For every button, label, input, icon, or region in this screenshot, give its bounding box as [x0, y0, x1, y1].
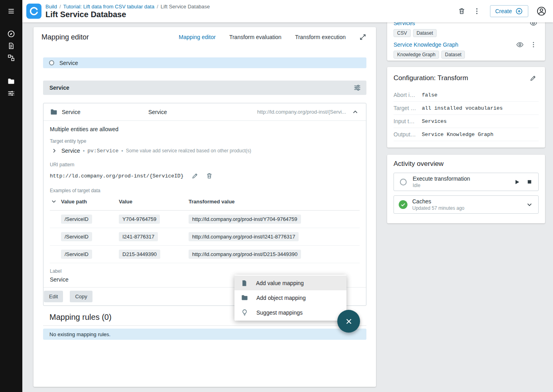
stop-icon[interactable]: [524, 176, 535, 187]
radio-icon[interactable]: [49, 60, 54, 65]
rail-nav-group-top: [0, 28, 22, 64]
more-menu-icon[interactable]: [470, 4, 484, 18]
app-logo-icon[interactable]: [26, 4, 41, 19]
property-label: Input t…: [394, 118, 418, 124]
tag-badge: Knowledge Graph: [394, 51, 439, 59]
related-item-tags: CSV Dataset: [394, 29, 539, 37]
transformed-value-chip: http://ld.company.org/prod-inst/D215-344…: [189, 250, 301, 259]
breadcrumb-build-link[interactable]: Build: [45, 4, 57, 10]
header-text: Build / Tutorial: Lift data from CSV tab…: [45, 4, 210, 19]
fullscreen-icon[interactable]: [356, 30, 370, 44]
column-header-value-path: Value path: [61, 196, 119, 211]
examples-label: Examples of target data: [50, 188, 360, 193]
property-row: Abort i… false: [394, 89, 539, 102]
rail-nav-group-bottom: [0, 75, 22, 99]
property-label: Target …: [394, 105, 418, 111]
edit-pencil-icon[interactable]: [189, 170, 201, 182]
rule-section-bar: Service: [43, 81, 366, 95]
rule-card-body: Multiple entities are allowed Target ent…: [43, 121, 366, 263]
chevron-down-icon[interactable]: [524, 199, 535, 210]
more-menu-icon[interactable]: [528, 39, 539, 50]
menu-item-add-object-mapping[interactable]: Add object mapping: [234, 290, 346, 305]
rule-selector-row[interactable]: Service: [43, 57, 366, 68]
chevron-right-icon[interactable]: [50, 146, 59, 155]
create-button[interactable]: Create: [490, 5, 528, 17]
entity-type-name: Service: [61, 148, 80, 154]
value-chip: Y704-9764759: [119, 215, 160, 224]
value-path-chip: /ServiceID: [61, 215, 92, 224]
close-fab-button[interactable]: [337, 310, 360, 333]
configuration-card: Configuration: Transform Abort i… false …: [387, 67, 545, 148]
activities-icon[interactable]: [0, 87, 22, 99]
chevron-up-icon[interactable]: [348, 105, 362, 119]
delete-icon[interactable]: [455, 4, 468, 18]
menu-item-add-value-mapping[interactable]: Add value mapping: [234, 276, 346, 290]
rule-section-label: Service: [49, 85, 69, 91]
label-field-label: Label: [50, 268, 360, 274]
activity-status: Updated 57 minutes ago: [412, 205, 519, 211]
tag-badge: Dataset: [441, 51, 465, 59]
explore-icon[interactable]: [0, 28, 22, 40]
entity-type-vocab: pv:Service: [87, 148, 118, 154]
tab-transform-evaluation[interactable]: Transform evaluation: [228, 32, 282, 42]
column-header-value: Value: [119, 196, 189, 211]
value-chip: I241-8776317: [119, 232, 158, 241]
edit-button[interactable]: Edit: [44, 291, 63, 302]
transformed-value-chip: http://ld.company.org/prod-inst/Y704-976…: [189, 215, 301, 224]
tag-badge: CSV: [394, 29, 411, 37]
idle-status-icon: [400, 179, 407, 185]
folder-icon[interactable]: [0, 75, 22, 87]
menu-item-label: Add object mapping: [256, 295, 306, 301]
column-header-transformed-value: Transformed value: [189, 196, 360, 211]
example-row: /ServiceID Y704-9764759 http://ld.compan…: [50, 211, 360, 228]
activity-overview-title: Activity overview: [394, 160, 539, 168]
property-label: Abort i…: [394, 92, 418, 98]
chevron-down-icon[interactable]: [50, 197, 58, 205]
breadcrumb: Build / Tutorial: Lift data from CSV tab…: [45, 4, 210, 10]
entity-type-description: Some value add service realized based on…: [126, 148, 251, 154]
breadcrumb-separator: /: [157, 4, 158, 10]
edit-pencil-icon[interactable]: [527, 73, 539, 84]
entities-allowance-note: Multiple entities are allowed: [50, 126, 360, 132]
activity-title: Caches: [412, 198, 519, 205]
menu-item-suggest-mappings[interactable]: Suggest mappings: [234, 305, 346, 320]
activity-overview-card: Activity overview Execute transformation…: [387, 155, 545, 223]
add-mapping-context-menu: Add value mapping Add object mapping Sug…: [234, 275, 346, 321]
property-value: all installed vocabularies: [422, 105, 503, 111]
related-item-row: Service Knowledge Graph: [394, 40, 539, 49]
workflow-icon[interactable]: [0, 52, 22, 64]
eye-icon[interactable]: [515, 39, 525, 50]
copy-button[interactable]: Copy: [70, 291, 92, 302]
property-value: Service Knowledge Graph: [422, 132, 493, 138]
tune-icon[interactable]: [351, 82, 363, 94]
success-check-icon: [399, 200, 407, 209]
property-label: Output…: [394, 131, 418, 138]
user-avatar-icon[interactable]: [535, 4, 548, 18]
menu-item-label: Add value mapping: [256, 280, 304, 286]
activity-status: Idle: [413, 183, 506, 188]
example-row: /ServiceID D215-3449390 http://ld.compan…: [50, 246, 360, 263]
trash-icon[interactable]: [203, 170, 215, 182]
breadcrumb-tutorial-link[interactable]: Tutorial: Lift data from CSV tabular dat…: [63, 4, 155, 10]
mapping-editor-card: Mapping editor Mapping editor Transform …: [33, 27, 376, 387]
value-path-chip: /ServiceID: [61, 232, 92, 241]
app-rail: [0, 0, 22, 392]
play-icon[interactable]: [511, 176, 522, 187]
page-title: Lift Service Database: [45, 10, 210, 19]
property-value: Services: [422, 118, 447, 124]
tab-transform-execution[interactable]: Transform execution: [294, 32, 346, 42]
tab-mapping-editor[interactable]: Mapping editor: [178, 32, 216, 42]
rule-card-header[interactable]: Service Service http://ld.company.org/pr…: [43, 103, 366, 121]
uri-pattern-value: http://ld.company.org/prod-inst/{Service…: [50, 173, 183, 179]
plus-circle-icon: [515, 7, 523, 15]
property-row: Input t… Services: [394, 115, 539, 128]
menu-icon[interactable]: [0, 0, 22, 22]
rule-type: Service: [148, 109, 257, 115]
mapping-editor-header: Mapping editor Mapping editor Transform …: [33, 27, 376, 47]
separator-dot: •: [121, 148, 123, 154]
value-chip: D215-3449390: [119, 250, 160, 259]
breadcrumb-separator: /: [59, 4, 61, 10]
activity-item: Caches Updated 57 minutes ago: [394, 195, 539, 214]
related-item-knowledge-graph-link[interactable]: Service Knowledge Graph: [394, 41, 459, 48]
transform-icon[interactable]: [0, 40, 22, 52]
